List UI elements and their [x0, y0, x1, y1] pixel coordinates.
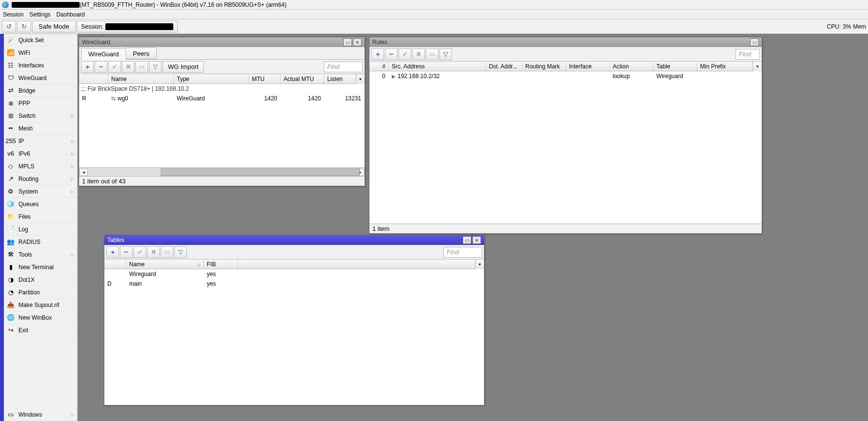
sidebar-item-routing[interactable]: ↗Routing▷	[4, 173, 77, 185]
col-mark[interactable]: Routing Mark	[522, 62, 566, 71]
table-row[interactable]: Dmainyes	[104, 279, 484, 289]
sidebar-item-tools[interactable]: 🛠Tools▷	[4, 248, 77, 261]
sidebar-item-ip[interactable]: 255IP▷	[4, 135, 77, 147]
table-row[interactable]: R ⇆wg0 WireGuard 1420 1420 13231	[79, 94, 365, 103]
filter-button[interactable]: ▽	[439, 49, 452, 60]
col-table[interactable]: Table	[653, 62, 697, 71]
sidebar-item-bridge[interactable]: ⇄Bridge	[4, 84, 77, 97]
col-fib[interactable]: FIB	[204, 259, 238, 269]
col-listen[interactable]: Listen	[324, 74, 356, 83]
comment-button[interactable]: ▭	[161, 246, 173, 258]
minimize-icon[interactable]: ▭	[343, 38, 352, 46]
redo-button[interactable]: ↻	[17, 21, 31, 32]
sidebar-item-ipv6[interactable]: v6IPv6▷	[4, 147, 77, 160]
window-wireguard-titlebar[interactable]: WireGuard ▭ ✕	[79, 37, 365, 47]
tab-wireguard[interactable]: WireGuard	[81, 48, 126, 60]
table-row[interactable]: Wireguardyes	[104, 269, 484, 279]
remove-button[interactable]: ━	[95, 61, 107, 73]
col-name[interactable]: Name△	[126, 259, 204, 269]
sidebar-item-icon: v6	[7, 150, 15, 158]
window-rules-titlebar[interactable]: Rules ▭	[369, 37, 762, 47]
scroll-thumb[interactable]	[161, 168, 360, 176]
col-name[interactable]: Name	[108, 74, 174, 83]
column-selector-icon[interactable]: ▾	[475, 259, 484, 269]
col-dst[interactable]: Dst. Addr...	[486, 62, 522, 71]
sidebar-item-label: IPv6	[18, 150, 30, 157]
minimize-icon[interactable]: ▭	[750, 38, 759, 46]
sidebar-item-partition[interactable]: ◔Partition	[4, 286, 77, 299]
sidebar-item-radius[interactable]: 👥RADIUS	[4, 236, 77, 248]
find-input[interactable]: Find	[443, 247, 482, 258]
sidebar-item-mpls[interactable]: ◇MPLS▷	[4, 160, 77, 173]
window-tables-titlebar[interactable]: Tables ▭ ✕	[104, 235, 484, 245]
sidebar-item-wireguard[interactable]: 🛡WireGuard	[4, 72, 77, 84]
sidebar-item-quick-set[interactable]: 🪄Quick Set	[4, 34, 77, 47]
filter-button[interactable]: ▽	[149, 61, 162, 73]
col-mtu[interactable]: MTU	[249, 74, 281, 83]
scroll-left-icon[interactable]: ◂	[79, 168, 88, 176]
chevron-right-icon: ▷	[71, 177, 74, 181]
sidebar: 🪄Quick Set📶WiFi☷Interfaces🛡WireGuard⇄Bri…	[0, 34, 78, 421]
enable-button[interactable]: ✔	[108, 61, 121, 73]
cell-fib: yes	[204, 269, 238, 279]
sidebar-item-make-supout-rif[interactable]: 📤Make Supout.rif	[4, 299, 77, 311]
add-button[interactable]: ＋	[371, 49, 384, 60]
chevron-right-icon: ▷	[71, 151, 74, 156]
sidebar-item-windows[interactable]: ▭Windows▷	[4, 408, 77, 421]
col-num[interactable]: #	[369, 62, 389, 71]
col-actual-mtu[interactable]: Actual MTU	[281, 74, 324, 83]
col-src[interactable]: Src. Address	[389, 62, 486, 71]
col-flag[interactable]	[79, 74, 108, 83]
safe-mode-button[interactable]: Safe Mode	[32, 21, 76, 32]
menu-dashboard[interactable]: Dashboard	[56, 11, 85, 18]
wg-import-button[interactable]: WG Import	[163, 61, 204, 73]
sidebar-item-log[interactable]: 📄Log	[4, 223, 77, 236]
menu-settings[interactable]: Settings	[30, 11, 50, 18]
comment-button[interactable]: ▭	[135, 61, 148, 73]
sidebar-item-switch[interactable]: ⊞Switch▷	[4, 110, 77, 122]
sidebar-item-new-terminal[interactable]: ▮New Terminal	[4, 261, 77, 274]
column-selector-icon[interactable]: ▾	[356, 74, 365, 84]
add-button[interactable]: ＋	[81, 61, 94, 73]
sidebar-item-dot1x[interactable]: ◑Dot1X	[4, 274, 77, 286]
add-button[interactable]: ＋	[106, 246, 119, 258]
disable-button[interactable]: ✖	[122, 61, 134, 73]
disable-button[interactable]: ✖	[412, 49, 425, 60]
hscrollbar[interactable]: ◂ ▸	[79, 167, 365, 176]
sidebar-item-wifi[interactable]: 📶WiFi	[4, 47, 77, 59]
remove-button[interactable]: ━	[120, 246, 133, 258]
filter-button[interactable]: ▽	[174, 246, 187, 258]
disable-button[interactable]: ✖	[147, 246, 160, 258]
tab-peers[interactable]: Peers	[126, 48, 157, 59]
sidebar-item-queues[interactable]: 🧊Queues	[4, 198, 77, 210]
find-input[interactable]: Find	[735, 49, 760, 60]
minimize-icon[interactable]: ▭	[463, 236, 471, 244]
close-icon[interactable]: ✕	[353, 38, 362, 46]
sidebar-item-new-winbox[interactable]: 🌐New WinBox	[4, 311, 77, 324]
close-icon[interactable]: ✕	[472, 236, 481, 244]
col-iface[interactable]: Interface	[566, 62, 610, 71]
sidebar-item-ppp[interactable]: ≣PPP	[4, 97, 77, 110]
sidebar-item-files[interactable]: 📁Files	[4, 210, 77, 223]
find-input[interactable]: Find	[324, 62, 363, 72]
table-row[interactable]: 0 ▶192.168.10.2/32 lookup Wireguard	[369, 71, 762, 81]
enable-button[interactable]: ✔	[134, 246, 146, 258]
col-min[interactable]: Min Prefix	[697, 62, 753, 71]
menu-session[interactable]: Session	[3, 11, 24, 18]
sidebar-item-icon: ⚙	[7, 188, 15, 195]
sidebar-item-mesh[interactable]: ••Mesh	[4, 122, 77, 135]
remove-button[interactable]: ━	[385, 49, 398, 60]
sidebar-item-icon: 📁	[7, 213, 15, 221]
sidebar-item-exit[interactable]: ↪Exit	[4, 324, 77, 337]
col-type[interactable]: Type	[174, 74, 249, 83]
column-selector-icon[interactable]: ▾	[753, 62, 762, 71]
cell-min	[697, 71, 762, 81]
col-flag[interactable]	[104, 259, 126, 269]
enable-button[interactable]: ✔	[399, 49, 411, 60]
col-action[interactable]: Action	[610, 62, 653, 71]
undo-button[interactable]: ↺	[2, 21, 16, 32]
sidebar-item-icon: ≣	[7, 99, 15, 107]
sidebar-item-interfaces[interactable]: ☷Interfaces	[4, 59, 77, 72]
sidebar-item-system[interactable]: ⚙System▷	[4, 185, 77, 198]
comment-button[interactable]: ▭	[426, 49, 438, 60]
